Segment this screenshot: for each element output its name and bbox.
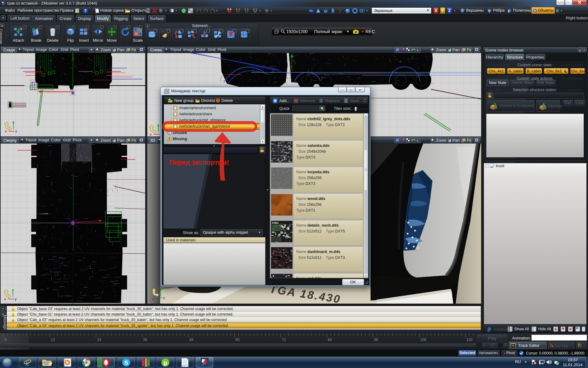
svg-text:x: x (4, 297, 6, 301)
svg-text:z: z (163, 296, 165, 300)
svg-text:120: 120 (466, 338, 473, 342)
svg-text:60: 60 (236, 338, 240, 342)
svg-text:µ: µ (164, 359, 167, 366)
svg-text:y: y (13, 121, 15, 124)
svg-text:y: y (15, 297, 17, 301)
svg-text:24: 24 (97, 338, 101, 342)
svg-text:0: 0 (5, 338, 7, 342)
svg-text:x: x (5, 129, 7, 133)
svg-text:S: S (124, 359, 128, 366)
svg-text:108: 108 (420, 338, 426, 342)
svg-text:z: z (15, 129, 17, 133)
svg-text:z: z (12, 288, 14, 292)
svg-text:?: ? (84, 9, 86, 13)
svg-text:x: x (152, 297, 154, 301)
svg-text:48: 48 (189, 338, 194, 342)
svg-text:84: 84 (328, 338, 332, 342)
svg-text:72: 72 (282, 338, 286, 342)
svg-text:12: 12 (51, 338, 55, 342)
svg-text:MAN: MAN (273, 257, 277, 259)
svg-text:y: y (157, 124, 160, 127)
svg-text:36: 36 (143, 338, 147, 342)
svg-text:!: ! (169, 138, 170, 141)
svg-text:96: 96 (374, 338, 378, 342)
svg-text:FHIG: FHIG (272, 221, 279, 224)
svg-text:x: x (150, 132, 152, 136)
svg-text:y: y (160, 287, 162, 291)
